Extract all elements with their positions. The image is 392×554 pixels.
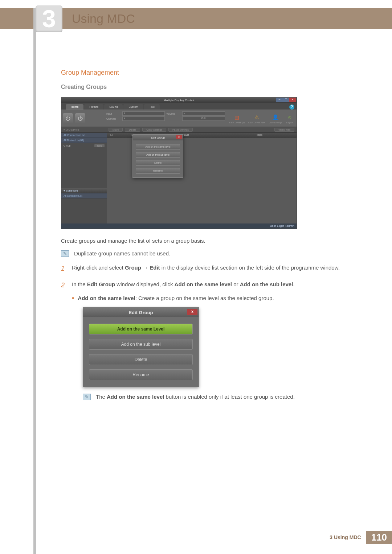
bullet-icon: • bbox=[72, 295, 74, 301]
help-icon[interactable]: ? bbox=[289, 104, 294, 110]
close-icon[interactable]: x bbox=[289, 98, 296, 102]
popup-rename-button[interactable]: Rename bbox=[136, 168, 180, 174]
note-text-2: The Add on the same level button is enab… bbox=[96, 394, 295, 400]
mdc-actionbar: ▾ LFD Device Move Delete Copy Settings P… bbox=[61, 127, 297, 133]
mdc-sidebar: All Connection List All Device List(01) … bbox=[61, 133, 107, 223]
note-icon-2: ✎ bbox=[83, 394, 91, 400]
dlg2-titlebar: Edit Group x bbox=[83, 308, 199, 317]
mdc-main: ☐ ID Power Input Edit Group x Add on the… bbox=[107, 133, 297, 223]
input-label: Input bbox=[106, 112, 121, 115]
mdc-statusbar: User Login : admin bbox=[61, 223, 297, 229]
dlg2-add-same-level[interactable]: Add on the same Level bbox=[89, 324, 193, 335]
edit-group-popup: Edit Group x Add on the same level Add o… bbox=[132, 134, 183, 178]
note-icon: ✎ bbox=[61, 250, 69, 257]
tab-tool[interactable]: Tool bbox=[144, 104, 160, 110]
add-sub-level-button[interactable]: Add on the sub level bbox=[136, 152, 180, 158]
group-row: Group Edit bbox=[61, 143, 107, 148]
volume-select[interactable]: ▸ bbox=[182, 111, 225, 116]
step-1-number: 1 bbox=[61, 263, 68, 274]
intro-paragraph: Create groups and manage the list of set… bbox=[61, 237, 356, 245]
all-connection-list[interactable]: All Connection List bbox=[61, 133, 107, 138]
group-edit-button[interactable]: Edit bbox=[94, 144, 105, 147]
tab-home[interactable]: Home bbox=[66, 104, 83, 110]
fault-device-label: Fault Device (1) bbox=[229, 122, 245, 124]
minimize-icon[interactable]: – bbox=[276, 98, 283, 102]
mdc-tabs: Home Picture Sound System Tool bbox=[61, 103, 297, 110]
dlg2-title-text: Edit Group bbox=[128, 310, 153, 315]
move-button[interactable]: Move bbox=[109, 128, 123, 132]
logout-icon[interactable]: ⎋ Logout bbox=[286, 113, 294, 124]
bullet-1-text: Add on the same level: Create a group on… bbox=[78, 295, 274, 301]
all-device-list[interactable]: All Device List(01) bbox=[61, 138, 107, 143]
power-on-icon[interactable]: ⏻ bbox=[63, 113, 73, 123]
fault-alert-label: Fault Device Alert bbox=[248, 122, 265, 124]
edit-group-title: Edit Group x bbox=[133, 135, 183, 140]
channel-label: Channel bbox=[106, 118, 121, 120]
page-footer: 3 Using MDC 110 bbox=[324, 531, 392, 544]
side-stripe bbox=[33, 8, 36, 554]
col-input: Input bbox=[222, 133, 297, 138]
mdc-screenshot: Multiple Display Control – □ x ? Home Pi… bbox=[61, 97, 297, 229]
edit-group-title-text: Edit Group bbox=[151, 136, 165, 139]
mdc-title: Multiple Display Control bbox=[164, 99, 194, 102]
lfd-device-header[interactable]: ▾ LFD Device bbox=[64, 128, 106, 131]
footer-label: 3 Using MDC bbox=[324, 531, 366, 544]
user-settings-label: User Settings bbox=[269, 122, 282, 124]
all-schedule-list[interactable]: All Schedule List bbox=[61, 193, 107, 198]
fault-device-icon[interactable]: ▧ Fault Device (1) bbox=[229, 113, 245, 124]
dlg2-rename[interactable]: Rename bbox=[89, 369, 193, 380]
dlg2-delete[interactable]: Delete bbox=[89, 354, 193, 365]
user-settings-icon[interactable]: 👤 User Settings bbox=[269, 113, 282, 124]
copy-settings-button[interactable]: Copy Settings bbox=[142, 128, 166, 132]
dlg2-close-icon[interactable]: x bbox=[187, 309, 197, 315]
popup-delete-button[interactable]: Delete bbox=[136, 160, 180, 166]
page-content: Group Management Creating Groups Multipl… bbox=[61, 69, 356, 400]
footer-page-number: 110 bbox=[366, 531, 392, 544]
mdc-toolbar: ⏻ ⏻ Input ▾ Volume ▸ Channel ▾ Mute bbox=[61, 110, 297, 127]
chapter-title: Using MDC bbox=[72, 12, 135, 26]
paste-settings-button[interactable]: Paste Settings bbox=[168, 128, 193, 132]
fault-alert-icon[interactable]: ⚠ Fault Device Alert bbox=[248, 113, 265, 124]
schedule-header[interactable]: ▾ Schedule bbox=[61, 188, 107, 193]
step-1-text: Right-click and select Group → Edit in t… bbox=[72, 263, 340, 274]
tab-sound[interactable]: Sound bbox=[104, 104, 123, 110]
col-checkbox[interactable]: ☐ bbox=[107, 133, 116, 138]
chapter-number: 3 bbox=[36, 5, 62, 32]
step-2-text: In the Edit Group window displayed, clic… bbox=[72, 280, 295, 291]
window-controls: – □ x bbox=[276, 98, 296, 102]
tab-system[interactable]: System bbox=[123, 104, 143, 110]
step-2-number: 2 bbox=[61, 280, 68, 291]
maximize-icon[interactable]: □ bbox=[283, 98, 289, 102]
channel-select[interactable]: ▾ bbox=[122, 116, 165, 121]
mute-button[interactable]: Mute bbox=[182, 116, 225, 121]
volume-label: Volume bbox=[166, 112, 181, 115]
power-off-icon[interactable]: ⏻ bbox=[75, 113, 85, 123]
add-same-level-button[interactable]: Add on the same level bbox=[136, 144, 180, 150]
mdc-titlebar: Multiple Display Control – □ x bbox=[61, 97, 297, 103]
note-text-1: Duplicate group names cannot be used. bbox=[74, 250, 170, 257]
delete-button[interactable]: Delete bbox=[125, 128, 140, 132]
edit-group-dialog-large: Edit Group x Add on the same Level Add o… bbox=[83, 307, 199, 387]
dlg2-add-sub-level[interactable]: Add on the sub level bbox=[89, 339, 193, 350]
group-label: Group bbox=[64, 144, 70, 147]
logout-label: Logout bbox=[286, 122, 293, 124]
video-wall-button[interactable]: Video Wall bbox=[274, 128, 294, 132]
section-subheading: Creating Groups bbox=[61, 84, 356, 90]
section-heading: Group Management bbox=[61, 69, 356, 77]
input-select[interactable]: ▾ bbox=[122, 111, 165, 116]
mdc-body: All Connection List All Device List(01) … bbox=[61, 133, 297, 223]
popup-close-icon[interactable]: x bbox=[176, 135, 182, 139]
tab-picture[interactable]: Picture bbox=[84, 104, 103, 110]
